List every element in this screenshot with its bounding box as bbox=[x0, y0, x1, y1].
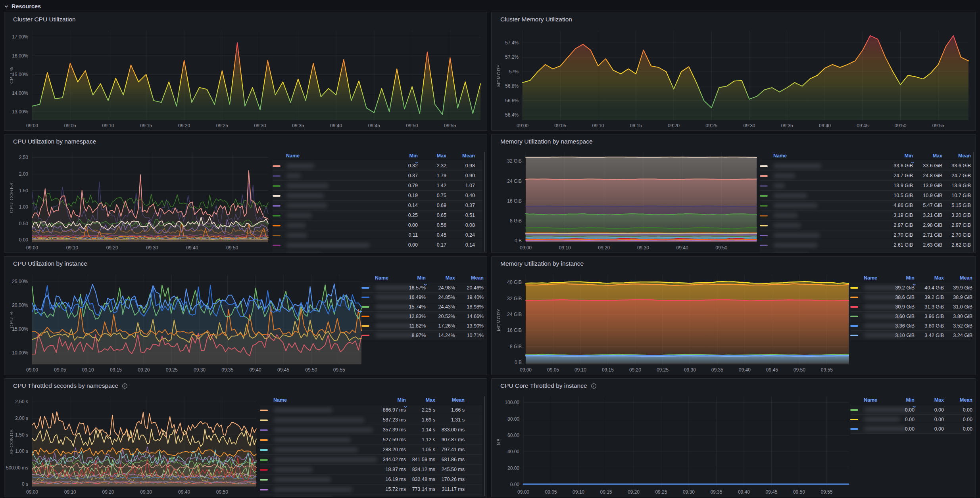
info-icon[interactable] bbox=[122, 383, 128, 389]
panel-title-text[interactable]: Memory Utilization by namespace bbox=[500, 138, 593, 145]
legend-value-min: 38.6 GiB bbox=[881, 293, 915, 302]
legend-row[interactable]: 8.97%14.24%10.71% bbox=[361, 331, 482, 340]
legend-row[interactable]: 3.60 GiB3.96 GiB3.80 GiB bbox=[850, 312, 971, 321]
legend-col-name[interactable]: Name bbox=[273, 395, 287, 405]
legend-row[interactable]: 10.5 GiB10.9 GiB10.7 GiB bbox=[760, 191, 971, 201]
legend-col-mean[interactable]: Mean bbox=[939, 273, 972, 283]
legend-row[interactable]: 866.97 ms2.25 s1.66 s bbox=[260, 405, 482, 415]
legend-row[interactable]: 16.49%24.85%19.40% bbox=[361, 293, 482, 302]
legend-col-mean[interactable]: Mean bbox=[450, 273, 484, 283]
legend-table: NameMinMaxMean33.6 GiB33.6 GiB33.6 GiB24… bbox=[492, 151, 976, 253]
legend-row[interactable]: 587.23 ms1.69 s1.31 s bbox=[260, 415, 482, 425]
legend-row[interactable]: 3.36 GiB3.80 GiB3.52 GiB bbox=[850, 321, 971, 331]
legend-row[interactable]: 3.10 GiB3.42 GiB3.24 GiB bbox=[850, 331, 971, 340]
panel-info-icon[interactable] bbox=[122, 383, 128, 389]
legend-row[interactable]: 16.19 ms832.48 ms170.26 ms bbox=[260, 475, 482, 485]
legend-row[interactable]: 15.10 ms757.33 ms298.62 ms bbox=[260, 494, 482, 497]
legend-scrollbar[interactable] bbox=[973, 152, 974, 252]
legend-value-mean: 0.00 bbox=[939, 405, 972, 415]
legend-value-min: 33.6 GiB bbox=[880, 161, 913, 171]
panel-header-cpu-throttled-seconds-by-namespace: CPU Throttled seconds by namespace bbox=[13, 382, 128, 389]
legend-row[interactable]: 0.791.421.07 bbox=[273, 181, 482, 191]
series-color-swatch bbox=[361, 306, 369, 308]
x-tick-label: 09:25 bbox=[209, 123, 235, 128]
info-icon[interactable] bbox=[591, 383, 597, 389]
legend-row[interactable]: 0.000.000.00 bbox=[850, 424, 971, 434]
legend-col-name[interactable]: Name bbox=[864, 273, 877, 283]
legend-row[interactable]: 24.7 GiB24.8 GiB24.7 GiB bbox=[760, 171, 971, 181]
legend-value-mean: 13.9 GiB bbox=[938, 181, 971, 191]
legend-value-mean: 2.62 GiB bbox=[938, 240, 971, 250]
chart-canvas[interactable] bbox=[523, 31, 968, 120]
legend-row[interactable]: 2.70 GiB2.71 GiB2.70 GiB bbox=[760, 230, 971, 240]
legend-row[interactable]: 0.110.450.24 bbox=[273, 230, 482, 240]
legend-row[interactable]: 288.20 ms1.05 s797.41 ms bbox=[260, 445, 482, 455]
legend-value-mean: 0.98 bbox=[442, 161, 475, 171]
panel-title-text[interactable]: CPU Core Throttled by instance bbox=[500, 382, 587, 389]
legend-row[interactable]: 0.140.690.37 bbox=[273, 201, 482, 211]
legend-row[interactable]: 0.000.170.14 bbox=[273, 240, 482, 250]
legend-scrollbar[interactable] bbox=[484, 152, 485, 252]
panel-title-text[interactable]: CPU Throttled seconds by namespace bbox=[13, 382, 118, 389]
panel-info-icon[interactable] bbox=[591, 383, 597, 389]
legend-col-min[interactable]: Min bbox=[392, 273, 426, 283]
legend-row[interactable]: 0.000.000.00 bbox=[850, 415, 971, 424]
series-color-swatch bbox=[361, 287, 369, 289]
legend-row[interactable]: 2.61 GiB2.63 GiB2.62 GiB bbox=[760, 240, 971, 250]
legend-value-max: 832.48 ms bbox=[402, 475, 435, 485]
legend-row[interactable]: 15.74%24.43%18.98% bbox=[361, 302, 482, 312]
chart-canvas[interactable] bbox=[32, 31, 480, 120]
legend-row[interactable]: 33.6 GiB33.6 GiB33.6 GiB bbox=[760, 161, 971, 171]
legend-row[interactable]: 0.250.650.51 bbox=[273, 211, 482, 220]
panel-title-text[interactable]: CPU Utilization by instance bbox=[13, 260, 87, 267]
legend-row[interactable]: 39.2 GiB40.4 GiB39.9 GiB bbox=[850, 283, 971, 293]
legend-col-mean[interactable]: Mean bbox=[442, 151, 475, 161]
legend-col-name[interactable]: Name bbox=[375, 273, 388, 283]
series-name-redacted bbox=[286, 253, 322, 253]
legend-row[interactable]: 18.87 ms834.12 ms245.50 ms bbox=[260, 465, 482, 475]
panel-title-text[interactable]: CPU Utilization by namespace bbox=[13, 138, 96, 145]
legend-value-min: 16.19 ms bbox=[373, 475, 406, 485]
legend-col-mean[interactable]: Mean bbox=[939, 395, 972, 405]
panel-title-text[interactable]: Cluster CPU Utilization bbox=[13, 16, 76, 23]
legend-row[interactable]: 0.000.000.00 bbox=[850, 405, 971, 415]
panel-title-text[interactable]: Memory Utilization by instance bbox=[500, 260, 584, 267]
legend-col-min[interactable]: Min bbox=[880, 151, 913, 161]
legend-col-min[interactable]: Min bbox=[881, 395, 915, 405]
row-header-resources[interactable]: Resources bbox=[4, 2, 41, 11]
legend-col-name[interactable]: Name bbox=[773, 151, 787, 161]
legend-col-max[interactable]: Max bbox=[402, 395, 435, 405]
legend-row[interactable]: 0.000.560.08 bbox=[273, 220, 482, 230]
legend-row[interactable]: 0.322.320.98 bbox=[273, 161, 482, 171]
legend-row[interactable]: 38.6 GiB39.2 GiB38.9 GiB bbox=[850, 293, 971, 302]
legend-row[interactable]: 11.82%17.26%13.90% bbox=[361, 321, 482, 331]
legend-row[interactable]: 3.19 GiB3.21 GiB3.20 GiB bbox=[760, 211, 971, 220]
legend-col-mean[interactable]: Mean bbox=[431, 395, 465, 405]
legend-col-min[interactable]: Min bbox=[881, 273, 915, 283]
legend-row[interactable]: 527.59 ms1.12 s907.87 ms bbox=[260, 435, 482, 445]
legend-col-name[interactable]: Name bbox=[864, 395, 877, 405]
legend-row[interactable]: 1.51 GiB1.52 GiB1.52 GiB bbox=[760, 250, 971, 253]
legend-col-min[interactable]: Min bbox=[373, 395, 406, 405]
legend-row[interactable]: 0.371.790.90 bbox=[273, 171, 482, 181]
legend-row[interactable]: 12.83%20.52%14.66% bbox=[361, 312, 482, 321]
legend-row[interactable]: 357.39 ms1.14 s833.00 ms bbox=[260, 425, 482, 435]
legend-row[interactable]: 13.9 GiB13.9 GiB13.9 GiB bbox=[760, 181, 971, 191]
legend-col-mean[interactable]: Mean bbox=[938, 151, 971, 161]
series-color-swatch bbox=[850, 428, 858, 430]
panel-title-text[interactable]: Cluster Memory Utilization bbox=[500, 16, 572, 23]
legend-row[interactable]: 344.02 ms841.59 ms681.86 ms bbox=[260, 455, 482, 465]
legend-row[interactable]: 0.020.130.11 bbox=[273, 250, 482, 253]
legend-scrollbar[interactable] bbox=[484, 396, 485, 496]
legend-value-mean: 1.66 s bbox=[431, 405, 465, 415]
legend-col-name[interactable]: Name bbox=[286, 151, 300, 161]
legend-row[interactable]: 2.97 GiB2.98 GiB2.97 GiB bbox=[760, 220, 971, 230]
legend-row[interactable]: 0.190.750.40 bbox=[273, 191, 482, 201]
legend-row[interactable]: 15.72 ms773.14 ms311.17 ms bbox=[260, 485, 482, 494]
series-name-redacted bbox=[273, 497, 333, 498]
legend-row[interactable]: 16.57%24.98%20.46% bbox=[361, 283, 482, 293]
legend-row[interactable]: 4.86 GiB5.47 GiB5.15 GiB bbox=[760, 201, 971, 211]
legend-row[interactable]: 30.9 GiB31.3 GiB31.0 GiB bbox=[850, 302, 971, 312]
panel-header-cluster-memory-utilization: Cluster Memory Utilization bbox=[500, 16, 572, 23]
series-name-redacted bbox=[273, 447, 358, 452]
